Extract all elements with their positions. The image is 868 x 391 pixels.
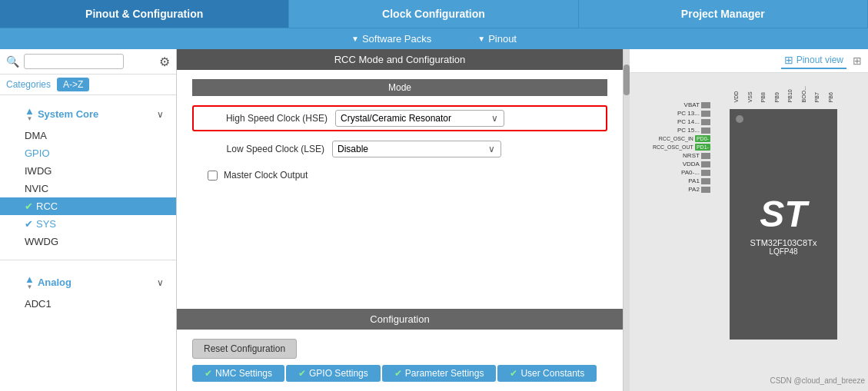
nav-pinout-config[interactable]: Pinout & Configuration bbox=[0, 0, 289, 28]
pin-pd0: PD0- bbox=[695, 135, 710, 142]
tab-nvic-settings[interactable]: ✔ NMC Settings bbox=[192, 365, 284, 382]
sidebar-item-dma[interactable]: DMA bbox=[0, 127, 176, 144]
sidebar-item-gpio[interactable]: GPIO bbox=[0, 144, 176, 162]
subnav-software-packs[interactable]: Software Packs bbox=[351, 33, 431, 45]
tab-user-constants[interactable]: ✔ User Constants bbox=[497, 365, 597, 382]
pin-line-nrst bbox=[701, 153, 710, 159]
scroll-indicator[interactable] bbox=[624, 49, 630, 391]
analog-collapse-icon[interactable]: ∨ bbox=[157, 277, 164, 288]
center-panel: RCC Mode and Configuration Mode High Spe… bbox=[177, 49, 624, 391]
config-section: Configuration Reset Configuration ✔ NMC … bbox=[177, 309, 623, 391]
pin-top-pb6: PB6 bbox=[828, 86, 833, 102]
pinout-view-icon: ⊞ bbox=[784, 54, 793, 66]
pin-label-vdda: VDDA bbox=[665, 161, 700, 167]
system-core-collapse-icon[interactable]: ∨ bbox=[157, 109, 164, 120]
pin-label-pc14: PC 14... bbox=[665, 118, 700, 125]
pin-label-vbat: VBAT bbox=[665, 101, 700, 108]
search-bar: 🔍 ⚙ bbox=[0, 49, 176, 75]
master-clock-checkbox[interactable] bbox=[208, 171, 218, 181]
pin-label-nrst: NRST bbox=[665, 152, 700, 159]
tab-gpio-settings[interactable]: ✔ GPIO Settings bbox=[286, 365, 381, 382]
parameter-settings-label: Parameter Settings bbox=[405, 368, 484, 379]
filter-az-button[interactable]: A->Z bbox=[57, 78, 89, 91]
sidebar-system-core-section: ▲ ▼ System Core ∨ DMA GPIO IWDG NVIC ✔ R… bbox=[0, 95, 176, 257]
pin-line-vdda bbox=[701, 161, 710, 167]
right-panel-toolbar: ⊞ Pinout view ⊞ bbox=[630, 49, 868, 73]
grid-view-icon[interactable]: ⊞ bbox=[853, 55, 862, 67]
pin-top-pb9: PB9 bbox=[774, 86, 780, 102]
pin-pa1: PA1 bbox=[653, 177, 710, 184]
user-constants-label: User Constants bbox=[520, 368, 584, 379]
pin-label-pa0: PA0-... bbox=[665, 169, 700, 176]
pins-left: VBAT PC 13... PC 14... PC 15... bbox=[653, 101, 710, 193]
pin-pa2: PA2 bbox=[653, 186, 710, 193]
pin-osc-out: RCC_OSC_OUT PD1- bbox=[653, 144, 710, 151]
chip-area: VDD VSS PB8 PB9 PB10 BOO... PB7 PB6 ST S… bbox=[630, 73, 868, 391]
sidebar-divider-1 bbox=[0, 260, 176, 260]
hse-label: High Speed Clock (HSE) bbox=[197, 113, 335, 124]
nav-clock-config[interactable]: Clock Configuration bbox=[289, 0, 578, 28]
sidebar-group-analog[interactable]: ▲ ▼ Analog ∨ bbox=[0, 270, 176, 295]
nvic-settings-label: NMC Settings bbox=[215, 368, 272, 379]
pin-label-pa2: PA2 bbox=[665, 186, 700, 193]
sidebar-item-sys[interactable]: ✔ SYS bbox=[0, 215, 176, 233]
pin-line-pa1 bbox=[701, 178, 710, 184]
tab-parameter-settings[interactable]: ✔ Parameter Settings bbox=[382, 365, 497, 382]
watermark: CSDN @cloud_and_breeze bbox=[770, 376, 865, 385]
pin-line-pa2 bbox=[701, 187, 710, 193]
pin-line-pc13 bbox=[701, 111, 710, 117]
sidebar-item-wwdg[interactable]: WWDG bbox=[0, 233, 176, 250]
subnav-pinout[interactable]: Pinout bbox=[477, 33, 517, 45]
sys-label: SYS bbox=[36, 218, 56, 230]
pin-pc15: PC 15... bbox=[653, 127, 710, 134]
sidebar-item-nvic[interactable]: NVIC bbox=[0, 180, 176, 197]
chip-wrapper: VDD VSS PB8 PB9 PB10 BOO... PB7 PB6 ST S… bbox=[653, 86, 845, 378]
sort-arrows: ▲ ▼ bbox=[18, 106, 35, 122]
pin-line-pc14 bbox=[701, 119, 710, 125]
config-title: Configuration bbox=[177, 309, 623, 330]
lse-select-wrapper: Disable BYPASS Clock Source Crystal/Cera… bbox=[332, 141, 501, 157]
pin-top-vdd: VDD bbox=[733, 86, 739, 102]
scroll-thumb[interactable] bbox=[624, 65, 630, 95]
right-panel: ⊞ Pinout view ⊞ VDD VSS PB8 PB9 PB10 BOO… bbox=[630, 49, 868, 391]
pin-top-pb10: PB10 bbox=[787, 86, 793, 102]
hse-select-wrapper: Crystal/Ceramic Resonator Disable BYPASS… bbox=[335, 110, 504, 127]
pin-top-pb7: PB7 bbox=[814, 86, 820, 102]
chip-name: STM32F103C8Tx bbox=[750, 238, 817, 247]
pin-pd1: PD1- bbox=[695, 144, 710, 151]
pin-top-vss: VSS bbox=[747, 86, 753, 102]
pin-pc13: PC 13... bbox=[653, 110, 710, 117]
hse-row: High Speed Clock (HSE) Crystal/Ceramic R… bbox=[192, 105, 607, 131]
mode-title: Mode bbox=[192, 79, 607, 96]
sidebar-item-rcc[interactable]: ✔ RCC bbox=[0, 197, 176, 215]
hse-select[interactable]: Crystal/Ceramic Resonator Disable BYPASS… bbox=[335, 110, 504, 127]
gear-icon[interactable]: ⚙ bbox=[159, 55, 170, 69]
sub-nav: Software Packs Pinout bbox=[0, 28, 868, 49]
sidebar: 🔍 ⚙ Categories A->Z ▲ ▼ System Core bbox=[0, 49, 177, 391]
lse-select[interactable]: Disable BYPASS Clock Source Crystal/Cera… bbox=[332, 141, 501, 157]
user-check-icon: ✔ bbox=[510, 368, 517, 379]
top-nav: Pinout & Configuration Clock Configurati… bbox=[0, 0, 868, 28]
sidebar-group-system-core[interactable]: ▲ ▼ System Core ∨ bbox=[0, 101, 176, 127]
pin-line-vbat bbox=[701, 102, 710, 108]
nvic-check-icon: ✔ bbox=[205, 368, 212, 379]
analog-label: Analog bbox=[38, 277, 72, 288]
master-clock-label: Master Clock Output bbox=[224, 170, 308, 181]
pin-label-osc-out: RCC_OSC_OUT bbox=[653, 144, 693, 150]
sidebar-item-adc1[interactable]: ADC1 bbox=[0, 295, 176, 313]
pin-label-pc13: PC 13... bbox=[665, 110, 700, 117]
nav-project-manager[interactable]: Project Manager bbox=[579, 0, 868, 28]
pins-top: VDD VSS PB8 PB9 PB10 BOO... PB7 PB6 bbox=[730, 86, 837, 102]
search-input[interactable] bbox=[24, 54, 124, 69]
search-icon: 🔍 bbox=[6, 55, 19, 68]
pin-label-pa1: PA1 bbox=[665, 177, 700, 184]
gpio-check-icon: ✔ bbox=[298, 368, 306, 379]
pin-vdda: VDDA bbox=[653, 161, 710, 167]
config-body: Reset Configuration ✔ NMC Settings ✔ GPI… bbox=[177, 330, 623, 391]
pin-top-boot: BOO... bbox=[801, 86, 806, 102]
sidebar-item-iwdg[interactable]: IWDG bbox=[0, 162, 176, 180]
pinout-view-button[interactable]: ⊞ Pinout view bbox=[781, 52, 846, 69]
reset-config-button[interactable]: Reset Configuration bbox=[192, 339, 297, 359]
pin-top-pb8: PB8 bbox=[760, 86, 766, 102]
filter-label: Categories bbox=[6, 79, 51, 90]
